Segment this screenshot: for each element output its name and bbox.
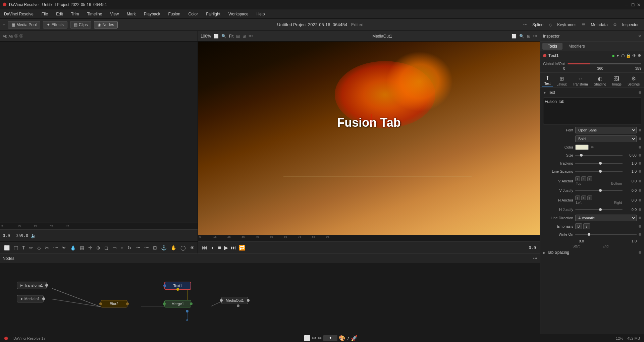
- eye-tool[interactable]: 👁: [189, 244, 196, 251]
- tab-color-icon[interactable]: 🎨: [339, 335, 345, 341]
- crop-tool[interactable]: ▭: [111, 244, 118, 251]
- fit-label[interactable]: Fit: [229, 34, 233, 39]
- tab-fusion[interactable]: ✦: [323, 335, 337, 341]
- size-dot[interactable]: [639, 154, 641, 157]
- node-icon-arrow[interactable]: ▼: [616, 53, 620, 58]
- write-on-dot[interactable]: [639, 233, 641, 236]
- h-anchor-dot[interactable]: [639, 199, 641, 202]
- menu-davinci-resolve[interactable]: DaVinci Resolve: [3, 11, 35, 17]
- v-anchor-btn2[interactable]: ≡: [581, 176, 586, 181]
- h-anchor-btn2[interactable]: ≡: [581, 195, 586, 200]
- emphasis-bold[interactable]: B: [575, 223, 582, 229]
- font-style-select[interactable]: Bold: [575, 135, 637, 142]
- tracking-dot[interactable]: [639, 162, 641, 165]
- tab-media-icon[interactable]: ⬜: [304, 335, 311, 341]
- metadata-button[interactable]: Metadata: [588, 22, 610, 28]
- node-icon-eye[interactable]: 👁: [632, 53, 636, 58]
- tab-edit-icon[interactable]: ✏: [318, 335, 322, 341]
- cut-tool[interactable]: ✂: [44, 244, 50, 251]
- subtab-shading[interactable]: ◐ Shading: [591, 74, 609, 87]
- effects-button[interactable]: ✦ Effects: [43, 21, 67, 28]
- select2-tool[interactable]: ⬚: [12, 244, 19, 251]
- v-justify-slider[interactable]: [575, 190, 623, 191]
- close-button[interactable]: ✕: [637, 2, 641, 7]
- bezier-tool[interactable]: 〜: [134, 244, 142, 251]
- node-icon-lock[interactable]: 🔒: [626, 53, 631, 58]
- line-direction-select[interactable]: Automatic: [575, 215, 637, 221]
- menu-fairlight[interactable]: Fairlight: [205, 11, 222, 17]
- select-tool[interactable]: ⬜: [3, 244, 11, 251]
- h-anchor-btn3[interactable]: |: [587, 195, 592, 200]
- node-mediain1[interactable]: ▶ MediaIn1: [17, 295, 44, 302]
- skip-start-button[interactable]: ⏮: [202, 245, 207, 251]
- menu-timeline[interactable]: Timeline: [86, 11, 103, 17]
- play-button[interactable]: ▶: [224, 244, 228, 251]
- spline-button[interactable]: Spline: [530, 22, 546, 28]
- right-viewer-icon3[interactable]: ⊞: [527, 34, 530, 39]
- line-spacing-slider[interactable]: [575, 171, 623, 172]
- media-pool-button[interactable]: ▦ Media Pool: [8, 21, 40, 28]
- size-slider[interactable]: [575, 155, 623, 156]
- paint-tool[interactable]: 💧: [69, 244, 77, 251]
- maximize-button[interactable]: □: [631, 2, 635, 7]
- menu-trim[interactable]: Trim: [70, 11, 80, 17]
- subtab-transform[interactable]: ↔ Transform: [570, 75, 590, 87]
- node-icon-expand[interactable]: ⬡: [621, 53, 625, 58]
- inspector-button[interactable]: Inspector: [620, 22, 641, 28]
- viewer-icon4[interactable]: ⊞: [243, 34, 246, 39]
- right-viewer-icon2[interactable]: 🔍: [519, 34, 524, 39]
- node-icon-settings[interactable]: ⚙: [638, 53, 641, 58]
- nodes-more-icon[interactable]: •••: [533, 256, 537, 261]
- inspector-collapse-icon[interactable]: ✕: [638, 34, 641, 39]
- node-mediaout1[interactable]: MediaOut1: [221, 297, 248, 304]
- minimize-button[interactable]: ─: [625, 2, 629, 7]
- h-anchor-btn1[interactable]: |: [575, 195, 580, 200]
- tracking-slider[interactable]: [575, 163, 623, 164]
- shape-tool[interactable]: ○: [119, 244, 125, 251]
- stamp-tool[interactable]: ▤: [78, 244, 86, 251]
- subtab-settings[interactable]: ⚙ Settings: [625, 74, 642, 87]
- menu-file[interactable]: File: [40, 11, 49, 17]
- prev-frame-button[interactable]: ⏴: [210, 245, 215, 251]
- node-blur2[interactable]: Blur2: [101, 300, 127, 307]
- font-dot[interactable]: [639, 129, 641, 131]
- viewer-icon2[interactable]: 🔍: [221, 34, 226, 39]
- window-controls[interactable]: ─ □ ✕: [625, 2, 641, 7]
- viewer-icon3[interactable]: ▤: [236, 34, 240, 39]
- menu-color[interactable]: Color: [187, 11, 200, 17]
- tab-deliver-icon[interactable]: 🚀: [351, 335, 358, 341]
- eraser-tool[interactable]: ◻: [103, 244, 110, 251]
- tab-spacing-section[interactable]: ▶ Tab Spacing: [540, 249, 644, 256]
- tab-tools[interactable]: Tools: [542, 43, 562, 50]
- color-edit-icon[interactable]: ✏: [591, 145, 594, 150]
- line-spacing-dot[interactable]: [639, 170, 641, 173]
- h-justify-slider[interactable]: [575, 209, 623, 210]
- skip-end-button[interactable]: ⏭: [231, 245, 236, 251]
- move-tool[interactable]: ✛: [87, 244, 94, 251]
- subtab-text[interactable]: T Text: [542, 74, 553, 87]
- color-swatch[interactable]: [575, 145, 589, 150]
- v-anchor-dot[interactable]: [639, 180, 641, 182]
- anchor-tool[interactable]: ⚓: [160, 244, 168, 251]
- magnet-tool[interactable]: ◯: [179, 244, 187, 251]
- tab-cut-icon[interactable]: ✂: [312, 335, 316, 341]
- subtab-layout[interactable]: ⊞ Layout: [554, 74, 569, 87]
- warp-tool[interactable]: 〰: [52, 244, 59, 251]
- line-direction-dot[interactable]: [639, 217, 641, 219]
- node-transform1[interactable]: ▶ Transform1: [17, 282, 47, 289]
- menu-edit[interactable]: Edit: [55, 11, 64, 17]
- viewer-icon1[interactable]: ⬜: [214, 34, 219, 39]
- v-justify-dot[interactable]: [639, 189, 641, 192]
- stop-button[interactable]: ■: [218, 245, 221, 251]
- loop-button[interactable]: 🔁: [239, 244, 246, 251]
- v-anchor-btn1[interactable]: |: [575, 176, 580, 181]
- menu-help[interactable]: Help: [255, 11, 266, 17]
- nodes-button[interactable]: ◉ Nodes: [94, 21, 118, 28]
- text-tool[interactable]: T: [21, 244, 26, 251]
- viewer-more[interactable]: •••: [249, 34, 253, 39]
- menu-playback[interactable]: Playback: [143, 11, 162, 17]
- tab-fairlight-icon[interactable]: ♪: [347, 335, 350, 341]
- emphasis-dot[interactable]: [639, 225, 641, 228]
- hand-tool[interactable]: ✋: [169, 244, 178, 251]
- node-icon-green[interactable]: ■: [612, 53, 614, 58]
